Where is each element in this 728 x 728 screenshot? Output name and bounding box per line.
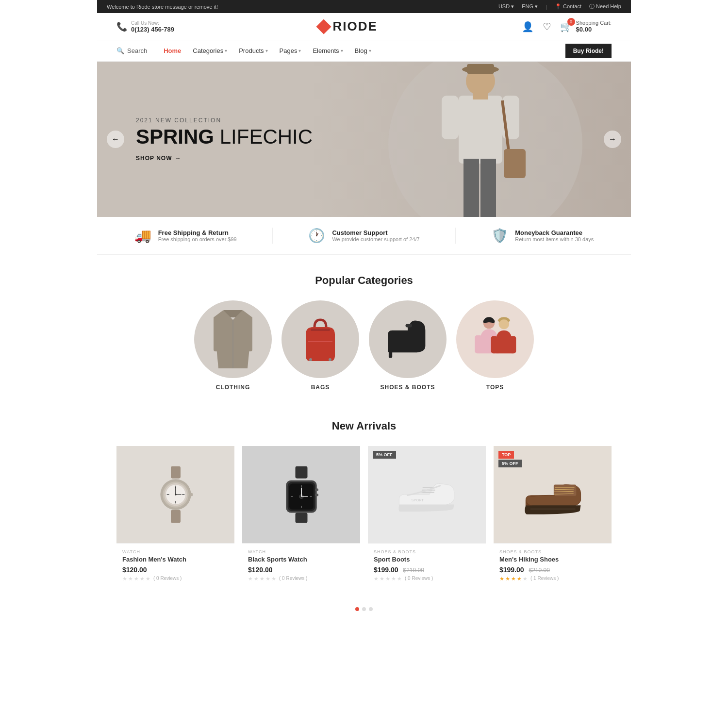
category-shoes[interactable]: SHOES & BOOTS <box>369 300 447 391</box>
logo[interactable]: RIODE <box>318 19 378 34</box>
product-name-1: Fashion Men's Watch <box>122 556 229 563</box>
contact-link[interactable]: 📍 Contact <box>555 3 581 10</box>
header-actions: 👤 ♡ 🛒 0 Shopping Cart: $0.00 <box>522 20 612 33</box>
product-image-1 <box>116 446 234 543</box>
product-info-3: SHOES & BOOTS Sport Boots $199.00 $210.0… <box>368 543 486 588</box>
categories-grid: CLOTHING BAGS <box>116 300 612 391</box>
product-info-2: WATCH Black Sports Watch $120.00 ★★★★★ (… <box>242 543 360 588</box>
stars-2: ★★★★★ ( 0 Reviews ) <box>248 576 354 582</box>
buy-riode-button[interactable]: Buy Riode! <box>565 44 612 58</box>
feature-shipping: 🚚 Free Shipping & Return Free shipping o… <box>134 228 237 244</box>
hiking-svg-4 <box>521 472 584 517</box>
top-bar-right: USD ▾ ENG ▾ | 📍 Contact ⓘ Need Help <box>498 3 621 10</box>
svg-rect-42 <box>189 493 193 496</box>
top-bar: Welcome to Riode store message or remove… <box>97 0 631 13</box>
svg-rect-20 <box>389 349 392 358</box>
category-bags-image <box>281 300 359 378</box>
svg-rect-24 <box>475 335 482 354</box>
watch-svg-2 <box>277 465 326 524</box>
wishlist-icon[interactable]: ♡ <box>543 21 551 33</box>
shop-now-label: SHOP NOW <box>136 155 172 162</box>
header: 📞 Call Us Now: 0(123) 456-789 RIODE 👤 ♡ … <box>97 13 631 40</box>
product-card-4[interactable]: TOP 5% OFF <box>494 446 612 588</box>
cart-area[interactable]: 🛒 0 Shopping Cart: $0.00 <box>560 20 612 33</box>
svg-rect-4 <box>442 96 459 139</box>
help-link[interactable]: ⓘ Need Help <box>589 3 621 10</box>
category-tops[interactable]: TOPS <box>456 300 534 391</box>
account-icon[interactable]: 👤 <box>522 21 534 33</box>
shoes-svg <box>383 310 432 368</box>
product-category-4: SHOES & BOOTS <box>499 549 606 554</box>
shop-now-button[interactable]: SHOP NOW → <box>136 155 181 162</box>
product-name-3: Sport Boots <box>374 556 480 563</box>
call-label: Call Us Now: <box>131 20 174 26</box>
currency-selector[interactable]: USD ▾ <box>498 3 514 10</box>
stars-1: ★★★★★ ( 0 Reviews ) <box>122 576 229 582</box>
product-price-4: $199.00 $210.00 <box>499 566 606 574</box>
svg-rect-9 <box>463 159 479 217</box>
svg-point-40 <box>175 494 176 495</box>
product-price-3: $199.00 $210.00 <box>374 566 480 574</box>
svg-point-18 <box>309 358 312 361</box>
top-bar-message: Welcome to Riode store message or remove… <box>107 4 218 10</box>
feature-support-text: Customer Support We provide customer sup… <box>332 229 419 242</box>
phone-info: Call Us Now: 0(123) 456-789 <box>131 20 174 33</box>
hero-text: 2021 New Collection SPRING LIFECHIC SHOP… <box>136 117 313 162</box>
moneyback-desc: Return most items within 30 days <box>515 236 594 242</box>
arrow-icon: → <box>175 155 181 162</box>
products-grid: WATCH Fashion Men's Watch $120.00 ★★★★★ … <box>116 446 612 588</box>
product-price-1: $120.00 <box>122 566 229 574</box>
category-clothing[interactable]: CLOTHING <box>194 300 272 391</box>
nav-pages[interactable]: Pages ▾ <box>275 40 306 61</box>
svg-rect-43 <box>295 466 307 479</box>
cart-amount: $0.00 <box>576 26 612 33</box>
nav-links: Home Categories ▾ Products ▾ Pages ▾ Ele… <box>159 40 376 61</box>
badge-off-4: 5% OFF <box>498 460 522 467</box>
nav-categories[interactable]: Categories ▾ <box>188 40 232 61</box>
hero-model-svg <box>432 62 529 217</box>
clothing-svg <box>209 310 257 368</box>
sneaker-svg-3: SPORT <box>396 472 459 517</box>
cart-label: Shopping Cart: <box>576 20 612 26</box>
nav-home[interactable]: Home <box>159 40 186 61</box>
language-selector[interactable]: ENG ▾ <box>522 3 538 10</box>
nav-products[interactable]: Products ▾ <box>234 40 272 61</box>
svg-rect-54 <box>315 489 318 491</box>
stars-4: ★★★★★ ( 1 Reviews ) <box>499 576 606 582</box>
product-image-2 <box>242 446 360 543</box>
shipping-title: Free Shipping & Return <box>158 229 237 236</box>
nav-elements[interactable]: Elements ▾ <box>308 40 347 61</box>
svg-text:SPORT: SPORT <box>411 498 424 502</box>
product-card-1[interactable]: WATCH Fashion Men's Watch $120.00 ★★★★★ … <box>116 446 234 588</box>
hero-next-button[interactable]: → <box>604 131 621 148</box>
feature-shipping-text: Free Shipping & Return Free shipping on … <box>158 229 237 242</box>
support-icon: 🕐 <box>308 228 325 244</box>
svg-rect-17 <box>311 329 330 331</box>
truck-icon: 🚚 <box>134 228 151 244</box>
dot-3[interactable] <box>369 607 373 611</box>
feature-moneyback-text: Moneyback Guarantee Return most items wi… <box>515 229 594 242</box>
support-title: Customer Support <box>332 229 419 236</box>
hero-prev-button[interactable]: ← <box>107 131 124 148</box>
dot-1[interactable] <box>355 607 359 611</box>
hero-sub-label: 2021 New Collection <box>136 117 313 124</box>
category-bags[interactable]: BAGS <box>281 300 359 391</box>
product-image-3: 5% OFF SPORT <box>368 446 486 543</box>
hero-title-1: SPRING <box>136 125 214 148</box>
pagination-dots <box>97 597 631 630</box>
logo-diamond <box>316 19 331 34</box>
nav-blog[interactable]: Blog ▾ <box>350 40 376 61</box>
categories-title: Popular Categories <box>116 274 612 287</box>
shipping-desc: Free shipping on orders over $99 <box>158 236 237 242</box>
search-icon: 🔍 <box>116 47 124 54</box>
svg-rect-56 <box>295 513 307 523</box>
dot-2[interactable] <box>362 607 366 611</box>
product-card-2[interactable]: WATCH Black Sports Watch $120.00 ★★★★★ (… <box>242 446 360 588</box>
category-clothing-image <box>194 300 272 378</box>
category-bags-label: BAGS <box>281 384 359 391</box>
search-button[interactable]: 🔍 Search <box>116 40 147 61</box>
product-card-3[interactable]: 5% OFF SPORT SHOES & BOOTS <box>368 446 486 588</box>
divider-2 <box>455 228 456 244</box>
hero-title-2: LIFECHIC <box>220 125 313 148</box>
features-bar: 🚚 Free Shipping & Return Free shipping o… <box>97 217 631 255</box>
